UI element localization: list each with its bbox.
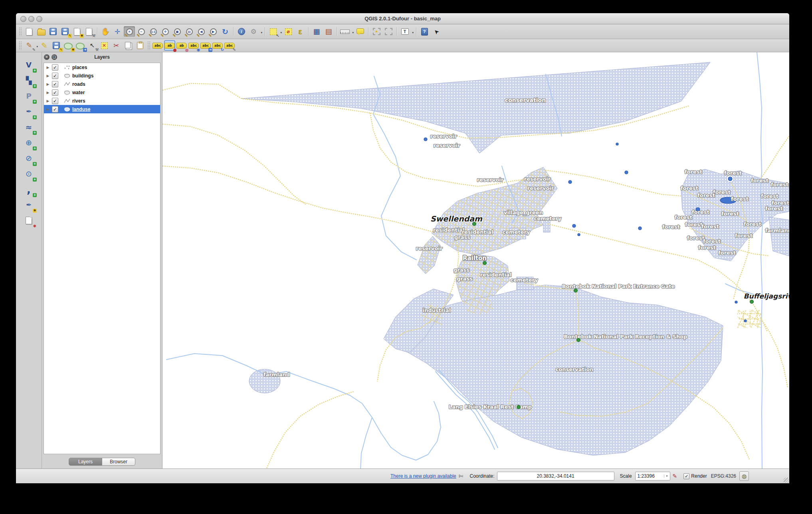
move-feature-button[interactable]: ➜: [75, 40, 86, 51]
plugin-available-link[interactable]: There is a new plugin available: [390, 473, 456, 479]
move-label-button[interactable]: abc➜: [200, 40, 211, 51]
pan-to-selection-button[interactable]: ✛: [112, 26, 123, 37]
expand-arrow-icon[interactable]: ▶: [44, 99, 52, 103]
zoom-last-button[interactable]: ◀: [196, 26, 207, 37]
add-postgis-layer-button[interactable]: P+: [22, 89, 36, 103]
layer-name[interactable]: landuse: [72, 107, 90, 112]
panel-tab-layers[interactable]: Layers: [69, 458, 102, 466]
show-bookmarks-button[interactable]: [383, 26, 394, 37]
minimize-window-button[interactable]: [28, 16, 34, 22]
plugin-icon[interactable]: ✄: [459, 473, 463, 479]
layer-visibility-checkbox[interactable]: ✓: [52, 89, 58, 96]
layer-name[interactable]: places: [72, 65, 87, 70]
zoom-to-layer-button[interactable]: ▤: [184, 26, 195, 37]
map-tips-button[interactable]: [355, 26, 366, 37]
run-feature-action-button[interactable]: ⚙▾: [248, 26, 259, 37]
render-checkbox[interactable]: ✓: [683, 473, 689, 479]
whats-this-button[interactable]: ➤: [431, 26, 442, 37]
current-edits-dropdown-icon[interactable]: ▾: [36, 45, 38, 48]
delete-selected-button[interactable]: ✕: [99, 40, 110, 51]
refresh-map-button[interactable]: ↻: [220, 26, 231, 37]
select-features-dropdown-icon[interactable]: ▾: [280, 31, 282, 34]
expand-arrow-icon[interactable]: ▶: [44, 107, 52, 111]
add-wfs-layer-button[interactable]: ⊙+: [22, 167, 36, 180]
window-resize-grip[interactable]: [784, 478, 788, 482]
save-layer-edits-button[interactable]: ✎: [51, 40, 62, 51]
layer-name[interactable]: rivers: [72, 98, 85, 104]
expand-arrow-icon[interactable]: ▶: [44, 74, 52, 78]
pan-map-button[interactable]: ✋: [100, 26, 111, 37]
open-project-button[interactable]: [36, 26, 47, 37]
layer-row-places[interactable]: ▶✓places: [44, 63, 160, 71]
select-features-button[interactable]: ↖▾: [267, 26, 279, 37]
label-layer-button[interactable]: abc: [152, 40, 163, 51]
coordinate-input[interactable]: 20.3832,-34.0141: [497, 472, 614, 480]
panel-tab-browser[interactable]: Browser: [102, 458, 135, 466]
close-window-button[interactable]: [20, 16, 26, 22]
new-spatialite-layer-button[interactable]: ✒✱: [22, 198, 36, 212]
layer-row-roads[interactable]: ▶✓roads: [44, 80, 160, 88]
composer-manager-button[interactable]: ⚒: [83, 26, 95, 37]
stop-render-icon[interactable]: ✎: [673, 473, 677, 479]
zoom-full-button[interactable]: ✛: [160, 26, 171, 37]
cut-features-button[interactable]: ✂: [111, 40, 122, 51]
layer-visibility-checkbox[interactable]: ✓: [52, 106, 58, 113]
run-feature-action-dropdown-icon[interactable]: ▾: [261, 31, 262, 34]
help-contents-button[interactable]: ?: [419, 26, 430, 37]
select-by-expression-button[interactable]: ε: [295, 26, 306, 37]
save-project-button[interactable]: [48, 26, 59, 37]
crs-status-button[interactable]: ◍: [739, 471, 749, 481]
expand-arrow-icon[interactable]: ▶: [44, 65, 52, 69]
layer-visibility-checkbox[interactable]: ✓: [52, 73, 58, 79]
title-bar[interactable]: QGIS 2.0.1-Dufour - basic_map: [16, 13, 789, 24]
zoom-to-selection-button[interactable]: ▣: [172, 26, 183, 37]
new-print-composer-button[interactable]: ✱: [71, 26, 83, 37]
expand-arrow-icon[interactable]: ▶: [44, 82, 52, 86]
field-calculator-button[interactable]: ▤: [323, 26, 334, 37]
add-wcs-layer-button[interactable]: ⊘+: [22, 152, 36, 165]
zoom-out-button[interactable]: −: [136, 26, 147, 37]
measure-line-button[interactable]: ▾: [339, 26, 351, 37]
layer-visibility-checkbox[interactable]: ✓: [52, 64, 58, 71]
toggle-editing-button[interactable]: ✎: [39, 40, 50, 51]
new-project-button[interactable]: [24, 26, 35, 37]
add-vector-layer-button[interactable]: V+: [22, 58, 36, 71]
layer-name[interactable]: roads: [72, 81, 85, 87]
new-bookmark-button[interactable]: ★: [371, 26, 382, 37]
map-canvas[interactable]: conservationreservoirreservoirreservoirr…: [162, 52, 789, 469]
text-annotation-button[interactable]: T▾: [399, 26, 410, 37]
pin-unpin-labels-button[interactable]: ab: [164, 40, 175, 51]
zoom-next-button[interactable]: ▶: [208, 26, 219, 37]
add-wms-layer-button[interactable]: ⊕+: [22, 136, 36, 149]
copy-features-button[interactable]: [123, 40, 134, 51]
layer-row-landuse[interactable]: ▶✓landuse: [44, 105, 160, 113]
add-feature-button[interactable]: ✱: [63, 40, 74, 51]
new-shapefile-layer-button[interactable]: ✱: [22, 214, 36, 227]
add-delimited-text-layer-button[interactable]: ,+: [22, 183, 36, 196]
show-hide-labels-button[interactable]: abc◉: [188, 40, 199, 51]
add-raster-layer-button[interactable]: ▚+: [22, 74, 36, 87]
zoom-in-button[interactable]: +: [124, 26, 135, 37]
highlight-pinned-labels-button[interactable]: ab: [176, 40, 187, 51]
scale-dropdown-icon[interactable]: ▾: [664, 474, 670, 478]
zoom-window-button[interactable]: [36, 16, 42, 22]
identify-features-button[interactable]: i: [236, 26, 247, 37]
layer-visibility-checkbox[interactable]: ✓: [52, 81, 58, 87]
layer-row-water[interactable]: ▶✓water: [44, 88, 160, 97]
paste-features-button[interactable]: [135, 40, 146, 51]
change-label-properties-button[interactable]: abc✎: [224, 40, 235, 51]
layer-name[interactable]: water: [72, 90, 85, 95]
add-spatialite-layer-button[interactable]: ✒+: [22, 105, 36, 118]
scale-combo[interactable]: 1:23396 ▾: [635, 472, 670, 480]
current-edits-button[interactable]: ✎✎▾: [24, 40, 35, 51]
layer-row-buildings[interactable]: ▶✓buildings: [44, 71, 160, 80]
rotate-label-button[interactable]: abc↻: [212, 40, 223, 51]
layer-name[interactable]: buildings: [72, 73, 93, 79]
measure-line-dropdown-icon[interactable]: ▾: [352, 31, 354, 34]
add-mssql-layer-button[interactable]: ≈+: [22, 121, 36, 134]
save-project-as-button[interactable]: ✎: [59, 26, 71, 37]
zoom-actual-button[interactable]: 1:1: [148, 26, 159, 37]
expand-arrow-icon[interactable]: ▶: [44, 91, 52, 95]
open-attribute-table-button[interactable]: ▦: [311, 26, 322, 37]
deselect-features-button[interactable]: ⌀: [283, 26, 294, 37]
